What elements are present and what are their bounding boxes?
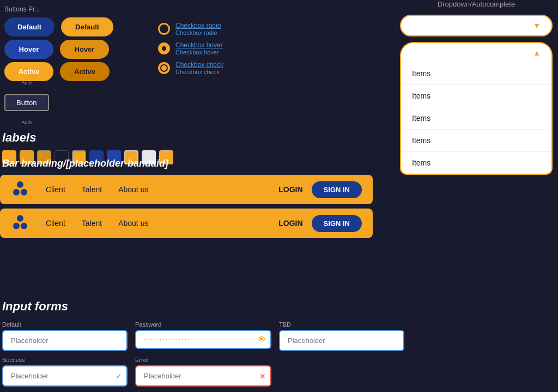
radio-row-3: Checkbox check Checkbox check — [158, 61, 267, 75]
radio-circle-3[interactable] — [158, 62, 170, 74]
input-wrapper-tbd — [279, 330, 404, 351]
input-password[interactable] — [135, 330, 271, 349]
nav-bar-2: Client Talent About us LOGIN SIGN IN — [0, 209, 373, 238]
auto-top-label: Auto — [22, 80, 32, 85]
svg-point-2 — [21, 189, 27, 195]
dropdown-item-1[interactable]: Items — [401, 85, 551, 107]
form-group-default: Default — [2, 321, 128, 351]
dropdown-open-trigger[interactable]: ▲ — [400, 42, 553, 63]
input-wrapper-error: ✕ — [135, 365, 271, 387]
nav-links-1: Client Talent About us — [46, 185, 262, 194]
field-label-default: Default — [2, 321, 128, 328]
svg-point-3 — [17, 215, 23, 222]
secondary-default-button[interactable]: Default — [61, 17, 113, 36]
radio-label-3: Checkbox check — [175, 61, 223, 69]
field-label-password: Password — [135, 321, 271, 328]
nav-logo-1 — [11, 179, 29, 200]
nav-actions-2: LOGIN SIGN IN — [278, 215, 362, 232]
dropdown-item-3[interactable]: Items — [401, 130, 551, 152]
labels-title: labels — [0, 131, 185, 145]
nav-logo-2 — [11, 213, 29, 234]
form-row-1: Default Password 👁 TBD — [0, 321, 458, 351]
radio-sublabel-3: Checkbox check — [175, 69, 223, 75]
field-label-success: Success — [2, 357, 128, 363]
dropdown-item-2[interactable]: Items — [401, 107, 551, 130]
nav-actions-1: LOGIN SIGN IN — [278, 181, 362, 198]
radio-section: Checkbox radio Checkbox radio Checkbox h… — [158, 22, 267, 81]
radio-circle-2[interactable] — [158, 42, 170, 54]
field-label-tbd: TBD — [279, 321, 404, 328]
svg-point-1 — [13, 189, 20, 195]
chevron-up-icon: ▲ — [533, 48, 541, 57]
nav-about-1[interactable]: About us — [118, 185, 148, 194]
chevron-down-icon: ▼ — [533, 21, 541, 30]
dropdown-item-0[interactable]: Items — [401, 63, 551, 85]
form-row-2: Success ✓ Error ✕ — [0, 357, 458, 387]
nav-talent-1[interactable]: Talent — [82, 185, 102, 194]
dropdown-closed[interactable]: ▼ — [400, 15, 553, 36]
radio-circle-1[interactable] — [158, 23, 170, 35]
dropdown-open-container: ▲ Items Items Items Items Items — [400, 42, 553, 175]
button-row-active: Active Active — [0, 62, 158, 81]
primary-active-button[interactable]: Active — [4, 62, 53, 81]
banner-section: Bar branding/[placeholder-bandaid] Clien… — [0, 158, 373, 242]
input-default[interactable] — [2, 330, 128, 351]
input-wrapper-success: ✓ — [2, 365, 128, 387]
radio-row-1: Checkbox radio Checkbox radio — [158, 22, 267, 36]
forms-title: Input forms — [0, 299, 458, 314]
nav-about-2[interactable]: About us — [118, 219, 148, 228]
form-group-success: Success ✓ — [2, 357, 128, 387]
input-wrapper-default — [2, 330, 128, 351]
banner-title: Bar branding/[placeholder-bandaid] — [0, 158, 373, 169]
x-icon: ✕ — [259, 372, 266, 381]
radio-label-1: Checkbox radio — [175, 22, 221, 29]
dropdown-title: Dropdown/Autocomplete — [400, 0, 553, 8]
dropdown-open-menu: Items Items Items Items Items — [400, 63, 553, 175]
button-row-default: Default Default — [0, 17, 158, 36]
input-error[interactable] — [135, 365, 271, 387]
buttons-title: Buttons Pr... — [0, 5, 158, 13]
button-row-auto: Auto Button Auto — [0, 87, 158, 119]
form-group-tbd: TBD — [279, 321, 404, 351]
check-icon: ✓ — [116, 372, 122, 381]
nav-login-1[interactable]: LOGIN — [278, 185, 302, 194]
nav-signin-1[interactable]: SIGN IN — [312, 181, 362, 198]
nav-client-1[interactable]: Client — [46, 185, 65, 194]
svg-point-0 — [17, 181, 23, 188]
secondary-hover-button[interactable]: Hover — [60, 40, 109, 59]
dropdown-section: Dropdown/Autocomplete ▼ ▲ Items Items It… — [400, 0, 553, 175]
input-wrapper-password: 👁 — [135, 330, 271, 349]
svg-point-4 — [13, 223, 20, 229]
nav-login-2[interactable]: LOGIN — [278, 219, 302, 228]
forms-section: Input forms Default Password 👁 TBD — [0, 299, 458, 392]
nav-talent-2[interactable]: Talent — [82, 219, 102, 228]
nav-links-2: Client Talent About us — [46, 219, 262, 228]
dropdown-item-4[interactable]: Items — [401, 152, 551, 174]
radio-sublabel-1: Checkbox radio — [175, 29, 221, 36]
secondary-active-button[interactable]: Active — [60, 62, 110, 81]
field-label-error: Error — [135, 357, 271, 363]
nav-bar-1: Client Talent About us LOGIN SIGN IN — [0, 175, 373, 204]
nav-signin-2[interactable]: SIGN IN — [312, 215, 362, 232]
input-success[interactable] — [2, 365, 128, 387]
button-row-hover: Hover Hover — [0, 40, 158, 59]
eye-icon[interactable]: 👁 — [257, 335, 266, 345]
nav-client-2[interactable]: Client — [46, 219, 65, 228]
auto-bottom-label: Auto — [22, 120, 32, 125]
input-tbd[interactable] — [279, 330, 404, 351]
form-group-password: Password 👁 — [135, 321, 271, 351]
primary-default-button[interactable]: Default — [4, 17, 54, 36]
auto-button[interactable]: Button — [4, 94, 49, 111]
svg-point-5 — [21, 223, 27, 229]
buttons-section: Buttons Pr... Default Default Hover Hove… — [0, 5, 158, 122]
primary-hover-button[interactable]: Hover — [4, 40, 53, 59]
radio-row-2: Checkbox hover Checkbox hover — [158, 41, 267, 56]
radio-sublabel-2: Checkbox hover — [175, 49, 223, 56]
form-group-error: Error ✕ — [135, 357, 271, 387]
radio-label-2: Checkbox hover — [175, 41, 223, 49]
